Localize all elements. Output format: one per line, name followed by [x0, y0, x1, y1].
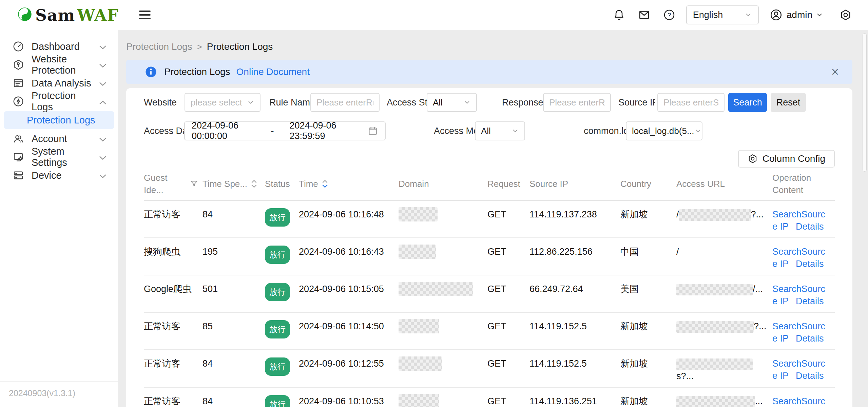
sidebar-item-data-analysis[interactable]: Data Analysis	[0, 74, 118, 92]
cell-operation: SearchSource IP Details	[772, 313, 835, 349]
cell-request: GET	[487, 313, 529, 349]
mail-icon[interactable]	[637, 8, 651, 22]
status-badge: 放行	[265, 357, 290, 376]
column-header-time[interactable]: Time	[299, 178, 399, 190]
sidebar-item-label: Device	[32, 170, 62, 181]
cell-guest-identity: 正常访客	[144, 201, 202, 237]
cell-time-spent: 84	[202, 388, 265, 407]
sort-desc-icon[interactable]	[322, 179, 328, 188]
avatar-icon	[770, 8, 783, 21]
sidebar-item-device[interactable]: Device	[0, 166, 118, 185]
chevron-down-icon	[99, 78, 107, 89]
access-date-range-input[interactable]: 2024-09-06 00:00:00 - 2024-09-06 23:59:5…	[184, 121, 386, 140]
cell-country: 新加坡	[620, 313, 676, 349]
users-icon	[13, 133, 24, 144]
cell-source-ip: 114.119.152.5	[529, 313, 620, 349]
redacted-domain	[399, 282, 473, 296]
notification-bell-icon[interactable]	[612, 8, 626, 22]
cell-status: 放行	[265, 313, 299, 349]
language-select[interactable]: English	[686, 5, 759, 24]
cell-country: 美国	[620, 275, 676, 312]
column-config-button[interactable]: Column Config	[738, 150, 835, 168]
rule-name-input[interactable]	[310, 93, 380, 112]
date-start-value: 2024-09-06 00:00:00	[192, 120, 251, 141]
access-method-select[interactable]: All	[475, 121, 525, 140]
details-link[interactable]: Details	[796, 259, 824, 269]
column-header-status: Status	[265, 178, 299, 190]
cell-guest-identity: 正常访客	[144, 313, 202, 349]
redacted-domain	[399, 319, 439, 333]
language-value: English	[693, 10, 723, 20]
online-document-link[interactable]: Online Document	[236, 66, 310, 77]
details-link[interactable]: Details	[796, 221, 824, 232]
breadcrumb-current: Protection Logs	[207, 41, 273, 52]
sidebar-item-dashboard[interactable]: Dashboard	[0, 37, 118, 56]
cell-time: 2024-09-06 10:10:53	[299, 388, 399, 407]
chart-icon	[13, 77, 24, 89]
response-code-label: Response C	[502, 97, 543, 108]
source-ip-input[interactable]	[657, 93, 725, 112]
content-card: Website: please select Rule Name: Access…	[126, 88, 852, 407]
help-icon[interactable]: ?	[662, 8, 676, 22]
user-menu[interactable]: admin	[770, 8, 827, 21]
details-link[interactable]: Details	[796, 371, 824, 381]
access-status-select[interactable]: All	[427, 93, 477, 112]
response-code-input[interactable]	[543, 93, 611, 112]
cell-guest-identity: Google爬虫	[144, 275, 202, 312]
info-icon	[145, 66, 157, 78]
sort-icon[interactable]	[251, 179, 257, 188]
menu-collapse-icon[interactable]	[139, 8, 151, 22]
cell-domain	[399, 201, 487, 237]
cell-access-url: /?...	[676, 201, 772, 237]
cell-operation: SearchSource IP Details	[772, 350, 835, 387]
sidebar-item-label: System Settings	[32, 146, 99, 168]
website-select[interactable]: please select	[185, 93, 261, 112]
cell-status: 放行	[265, 350, 299, 387]
log-source-select[interactable]: local_log.db(5...	[626, 121, 702, 140]
cell-access-url: /	[676, 238, 772, 275]
gear-icon	[748, 154, 758, 164]
sidebar-item-system-settings[interactable]: System Settings	[0, 148, 118, 166]
chevron-up-icon	[99, 96, 107, 107]
cell-status: 放行	[265, 238, 299, 275]
cell-time: 2024-09-06 10:12:55	[299, 350, 399, 387]
search-source-ip-link[interactable]: SearchSource IP	[772, 396, 825, 407]
sidebar-item-website-protection[interactable]: Website Protection	[0, 56, 118, 74]
breadcrumb-parent[interactable]: Protection Logs	[126, 41, 192, 52]
column-header-guest-ide-[interactable]: Guest Ide...	[144, 172, 202, 196]
column-header-country: Country	[620, 178, 676, 190]
search-button[interactable]: Search	[728, 93, 767, 112]
chevron-down-icon	[99, 59, 107, 71]
logo-text: SamWAF	[35, 6, 119, 24]
chevron-down-icon	[247, 99, 254, 106]
cell-operation: SearchSource IP Details	[772, 388, 835, 407]
vertical-scrollbar[interactable]	[863, 33, 867, 172]
reset-button[interactable]: Reset	[771, 93, 806, 112]
cell-domain	[399, 350, 487, 387]
table-row: 正常访客84放行2024-09-06 10:12:55GET114.119.15…	[144, 350, 835, 388]
sidebar-item-label: Website Protection	[32, 54, 99, 76]
sidebar-item-account[interactable]: Account	[0, 130, 118, 148]
details-link[interactable]: Details	[796, 296, 824, 306]
settings-icon	[13, 151, 24, 163]
sidebar-subitem-protection-logs[interactable]: Protection Logs	[4, 111, 114, 129]
column-header-time-spe-[interactable]: Time Spe...	[202, 178, 265, 190]
column-header-request: Request	[487, 178, 529, 190]
sidebar-item-protection-logs[interactable]: Protection Logs	[0, 92, 118, 111]
redacted-domain	[399, 245, 436, 259]
yinyang-logo-icon	[18, 7, 32, 23]
close-icon[interactable]: ×	[831, 65, 839, 78]
details-link[interactable]: Details	[796, 333, 824, 344]
table-header-row: Guest Ide...Time Spe...StatusTimeDomainR…	[144, 168, 835, 201]
access-method-label: Access Meth	[434, 126, 475, 136]
cell-country: 中国	[620, 238, 676, 275]
table-toolbar: Column Config	[144, 150, 835, 168]
filter-icon[interactable]	[190, 179, 198, 188]
column-header-source-ip: Source IP	[529, 178, 620, 190]
settings-gear-icon[interactable]	[839, 8, 852, 22]
cell-request: GET	[487, 275, 529, 312]
cell-status: 放行	[265, 275, 299, 312]
cell-request: GET	[487, 201, 529, 237]
website-label: Website:	[144, 97, 176, 108]
filter-row-1: Website: please select Rule Name: Access…	[144, 93, 835, 112]
